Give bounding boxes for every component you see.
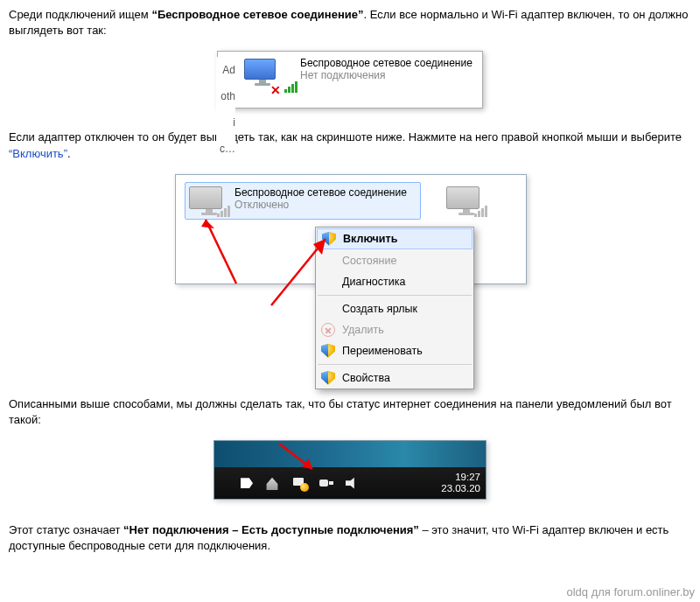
connection-status-2: Отключено (234, 199, 407, 211)
delete-icon (321, 323, 335, 337)
menu-label-enable: Включить (343, 233, 397, 245)
para-2-text-b: . (67, 147, 71, 160)
connection-title: Беспроводное сетевое соединение (300, 57, 472, 69)
taskbar-screenshot: 19:27 23.03.20 (214, 440, 486, 500)
clock-time: 19:27 (441, 472, 480, 483)
para-1-text-a: Среди подключений ищем (9, 8, 151, 21)
clock[interactable]: 19:27 23.03.20 (441, 472, 480, 494)
ghost-text-b: oth (216, 83, 235, 109)
connection-status: Нет подключения (300, 69, 472, 81)
blank-icon (321, 302, 335, 316)
blank-icon (321, 275, 335, 289)
figure-2-container: Беспроводное сетевое соединение Отключен… (9, 174, 691, 375)
figure-3-container: 19:27 23.03.20 (9, 440, 691, 500)
ghost-text-c: i c… (216, 109, 235, 162)
truncated-left-column: Ad oth i c… (216, 57, 235, 162)
shield-icon (322, 232, 336, 246)
enable-link[interactable]: “Включить” (9, 147, 67, 160)
device-eject-icon[interactable] (265, 476, 279, 490)
menu-separator (318, 364, 472, 365)
menu-label-rename: Переименовать (342, 345, 423, 357)
clock-date: 23.03.20 (441, 483, 480, 494)
action-center-flag-icon[interactable] (241, 478, 253, 488)
volume-icon[interactable] (346, 477, 358, 489)
menu-item-properties[interactable]: Свойства (316, 368, 473, 388)
para-1: Среди подключений ищем “Беспроводное сет… (9, 7, 691, 38)
no-connection-x-icon: ✕ (270, 83, 283, 95)
annotation-arrow-taskbar (272, 441, 360, 476)
para-1-bold: “Беспроводное сетевое соединение” (151, 8, 363, 21)
para-3: Описанными выше способами, мы должны сде… (9, 396, 691, 428)
menu-label-diag: Диагностика (342, 276, 405, 288)
monitor-other-icon (446, 186, 486, 215)
menu-label-props: Свойства (342, 372, 390, 384)
network-status-icon[interactable] (291, 476, 307, 490)
connection-tile-disabled[interactable]: Беспроводное сетевое соединение Отключен… (185, 182, 421, 220)
wifi-bars-icon (284, 81, 298, 93)
power-plug-icon[interactable] (319, 477, 333, 489)
menu-label-delete: Удалить (342, 324, 384, 336)
menu-item-state: Состояние (316, 250, 473, 271)
para-2: Если адаптер отключен то он будет выгляд… (9, 130, 691, 161)
monitor-disabled-icon (189, 186, 229, 215)
connection-card-enabled: Ad oth i c… ✕ Беспроводное сетевое соеди… (217, 51, 483, 108)
connection-tile-other[interactable] (442, 182, 521, 220)
menu-item-delete: Удалить (316, 319, 473, 340)
menu-item-enable[interactable]: Включить (317, 228, 472, 249)
blank-icon (321, 254, 335, 268)
shield-icon (321, 344, 335, 358)
menu-item-rename[interactable]: Переименовать (316, 340, 473, 361)
para-4: Этот статус означает “Нет подключения – … (9, 522, 691, 554)
figure-1-container: Ad oth i c… ✕ Беспроводное сетевое соеди… (9, 51, 691, 108)
ghost-text-a: Ad (216, 57, 235, 83)
svg-marker-5 (302, 458, 312, 469)
menu-item-shortcut[interactable]: Создать ярлык (316, 298, 473, 319)
context-menu: Включить Состояние Диагностика Создать я… (315, 227, 474, 389)
para-2-text-a: Если адаптер отключен то он будет выгляд… (9, 130, 682, 144)
menu-label-state: Состояние (342, 255, 396, 267)
connection-title-2: Беспроводное сетевое соединение (234, 186, 407, 199)
para-4-text-a: Этот статус означает (9, 523, 123, 536)
shield-icon (321, 371, 335, 385)
menu-label-shortcut: Создать ярлык (342, 303, 417, 315)
menu-separator (318, 295, 472, 296)
para-4-bold: “Нет подключения – Есть доступные подклю… (123, 523, 419, 536)
menu-item-diagnostics[interactable]: Диагностика (316, 271, 473, 292)
